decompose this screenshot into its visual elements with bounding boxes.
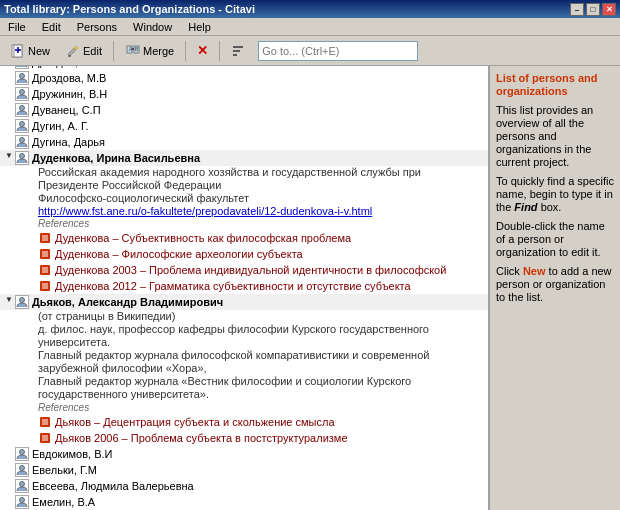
svg-point-54 bbox=[20, 466, 25, 471]
ref-text: Дуденкова 2012 – Грамматика субъективнос… bbox=[55, 280, 411, 292]
info-p2-suffix: box. bbox=[538, 201, 562, 213]
reference-item[interactable]: Дуденкова 2012 – Грамматика субъективнос… bbox=[0, 278, 488, 294]
svg-point-22 bbox=[20, 74, 25, 79]
menu-window[interactable]: Window bbox=[129, 20, 176, 34]
sort-icon bbox=[231, 44, 245, 58]
ref-text: Дьяков – Децентрация субъекта и скольжен… bbox=[55, 416, 335, 428]
list-item[interactable]: Дуванец, С.П bbox=[0, 102, 488, 118]
ref-text: Дуденкова – Философские археологии субъе… bbox=[55, 248, 303, 260]
menu-persons[interactable]: Persons bbox=[73, 20, 121, 34]
list-item[interactable]: Дугина, Дарья bbox=[0, 134, 488, 150]
detail-text: (от страницы в Википедии) bbox=[0, 310, 488, 323]
person-icon bbox=[15, 479, 29, 493]
delete-button[interactable]: ✕ bbox=[191, 40, 214, 62]
reference-item[interactable]: Дьяков – Децентрация субъекта и скольжен… bbox=[0, 414, 488, 430]
person-icon bbox=[15, 495, 29, 509]
list-item-text: Евельки, Г.М bbox=[32, 463, 486, 477]
close-button[interactable]: ✕ bbox=[602, 3, 616, 16]
list-item[interactable]: Евсеева, Людмила Валерьевна bbox=[0, 478, 488, 494]
list-scroll-area[interactable]: Дмитрух, Николай А. Додонов, Р. О. Додон… bbox=[0, 66, 488, 510]
list-item-text: Дружинин, В.Н bbox=[32, 87, 486, 101]
list-item[interactable]: Дружинин, В.Н bbox=[0, 86, 488, 102]
ref-icon bbox=[38, 231, 52, 245]
new-icon bbox=[10, 43, 26, 59]
menu-edit[interactable]: Edit bbox=[38, 20, 65, 34]
svg-point-56 bbox=[20, 498, 25, 503]
title-bar: Total library: Persons and Organizations… bbox=[0, 0, 620, 18]
url-link[interactable]: http://www.fst.ane.ru/o-fakultete/prepod… bbox=[0, 205, 488, 217]
svg-point-55 bbox=[20, 482, 25, 487]
reference-item[interactable]: Дуденкова – Философские археологии субъе… bbox=[0, 246, 488, 262]
svg-point-27 bbox=[20, 154, 25, 159]
new-label: New bbox=[28, 45, 50, 57]
person-icon bbox=[15, 66, 29, 69]
list-item-text: Дуванец, С.П bbox=[32, 103, 486, 117]
menu-file[interactable]: File bbox=[4, 20, 30, 34]
list-item-expanded[interactable]: ▼ Дуденкова, Ирина Васильевна bbox=[0, 150, 488, 166]
svg-point-23 bbox=[20, 90, 25, 95]
main-area: Дмитрух, Николай А. Додонов, Р. О. Додон… bbox=[0, 66, 620, 510]
edit-button[interactable]: Edit bbox=[59, 40, 108, 62]
window: Total library: Persons and Organizations… bbox=[0, 0, 620, 510]
info-panel: List of persons and organizations This l… bbox=[490, 66, 620, 510]
svg-point-44 bbox=[20, 298, 25, 303]
svg-point-26 bbox=[20, 138, 25, 143]
edit-label: Edit bbox=[83, 45, 102, 57]
person-icon bbox=[15, 87, 29, 101]
person-icon bbox=[15, 463, 29, 477]
person-icon bbox=[15, 447, 29, 461]
info-p4-prefix: Click bbox=[496, 265, 523, 277]
window-title: Total library: Persons and Organizations… bbox=[4, 3, 255, 15]
info-find-highlight: Find bbox=[514, 201, 537, 213]
ref-text: Дуденкова – Субъективность как философск… bbox=[55, 232, 351, 244]
sort-button[interactable] bbox=[225, 40, 251, 62]
list-item-text: Дроздов, А.Ю bbox=[32, 66, 486, 69]
detail-text: Философско-социологический факультет bbox=[0, 192, 488, 205]
detail-text: Главный редактор журнала философской ком… bbox=[0, 349, 488, 375]
list-item[interactable]: Евельки, Г.М bbox=[0, 462, 488, 478]
ref-text: Дьяков 2006 – Проблема субъекта в постст… bbox=[55, 432, 348, 444]
list-item-text: Емелин, В.А bbox=[32, 495, 486, 509]
info-paragraph-1: This list provides an overview of all th… bbox=[496, 104, 614, 169]
info-paragraph-4: Click New to add a new person or organiz… bbox=[496, 265, 614, 304]
person-icon bbox=[15, 119, 29, 133]
person-icon bbox=[15, 71, 29, 85]
list-item-text: Дьяков, Александр Владимирович bbox=[32, 295, 486, 309]
list-item-expanded[interactable]: ▼ Дьяков, Александр Владимирович bbox=[0, 294, 488, 310]
list-item[interactable]: Дроздова, М.В bbox=[0, 70, 488, 86]
toolbar-sep-2 bbox=[185, 41, 186, 61]
merge-label: Merge bbox=[143, 45, 174, 57]
person-icon bbox=[15, 295, 29, 309]
merge-button[interactable]: A B Merge bbox=[119, 40, 180, 62]
list-item[interactable]: Емелин, В.А bbox=[0, 494, 488, 510]
references-label: References bbox=[0, 401, 488, 414]
list-panel: Дмитрух, Николай А. Додонов, Р. О. Додон… bbox=[0, 66, 490, 510]
list-item-text: Евдокимов, В.И bbox=[32, 447, 486, 461]
reference-item[interactable]: Дьяков 2006 – Проблема субъекта в постст… bbox=[0, 430, 488, 446]
person-icon bbox=[15, 151, 29, 165]
person-icon bbox=[15, 135, 29, 149]
svg-point-24 bbox=[20, 106, 25, 111]
reference-item[interactable]: Дуденкова 2003 – Проблема индивидуальной… bbox=[0, 262, 488, 278]
list-item[interactable]: Евдокимов, В.И bbox=[0, 446, 488, 462]
maximize-button[interactable]: □ bbox=[586, 3, 600, 16]
ref-icon bbox=[38, 247, 52, 261]
goto-input[interactable] bbox=[258, 41, 418, 61]
merge-icon: A B bbox=[125, 43, 141, 59]
new-button[interactable]: New bbox=[4, 40, 56, 62]
toolbar: New Edit A B bbox=[0, 36, 620, 66]
menu-help[interactable]: Help bbox=[184, 20, 215, 34]
list-item-text: Дугина, Дарья bbox=[32, 135, 486, 149]
info-paragraph-3: Double-click the name of a person or org… bbox=[496, 220, 614, 259]
info-paragraph-2: To quickly find a specific name, begin t… bbox=[496, 175, 614, 214]
info-new-link: New bbox=[523, 265, 546, 277]
list-item-text: Дуденкова, Ирина Васильевна bbox=[32, 151, 486, 165]
svg-point-53 bbox=[20, 450, 25, 455]
ref-text: Дуденкова 2003 – Проблема индивидуальной… bbox=[55, 264, 446, 276]
reference-item[interactable]: Дуденкова – Субъективность как философск… bbox=[0, 230, 488, 246]
references-label: References bbox=[0, 217, 488, 230]
list-item[interactable]: Дугин, А. Г. bbox=[0, 118, 488, 134]
minimize-button[interactable]: – bbox=[570, 3, 584, 16]
menu-bar: File Edit Persons Window Help bbox=[0, 18, 620, 36]
detail-text: д. филос. наук, профессор кафедры филосо… bbox=[0, 323, 488, 349]
